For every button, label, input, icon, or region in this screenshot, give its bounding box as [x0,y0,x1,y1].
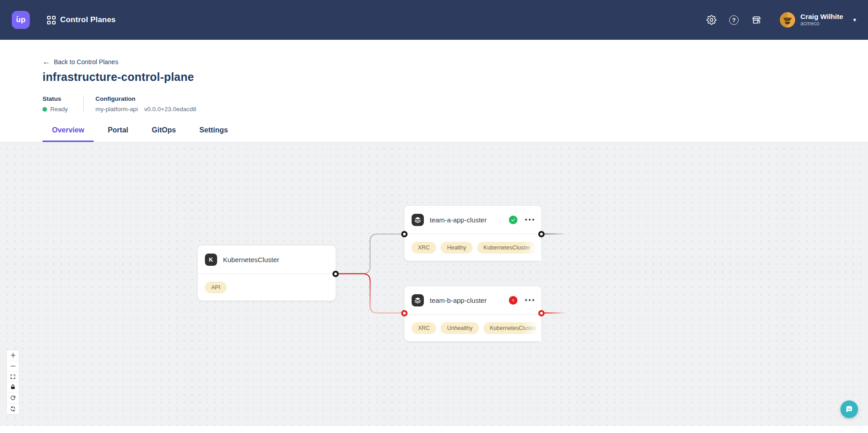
reset-rotation-button[interactable] [7,393,19,404]
layers-icon [412,214,424,226]
status-value: Ready [50,106,68,113]
help-icon[interactable]: ? [728,14,740,26]
lock-button[interactable] [7,382,19,393]
node-team-a-app-cluster[interactable]: team-a-app-cluster XRC Healthy Kubernete… [404,206,541,261]
node-kubernetescluster[interactable]: K KubernetesCluster API [198,245,336,301]
badge-api: API [205,282,227,293]
badge-xrc: XRC [412,242,436,254]
status-section: Status Ready [43,95,68,113]
refresh-layout-button[interactable] [7,404,19,414]
meta-divider [83,95,84,113]
canvas-controls [7,350,19,414]
kubernetes-cluster-icon: K [205,254,217,266]
graph-canvas[interactable]: K KubernetesCluster API team-a-app-clust… [0,142,868,426]
page-header: ← Back to Control Planes infrastructure-… [0,40,868,113]
configuration-section: Configuration my-platform-api v0.0.0+23.… [95,95,196,113]
badge-kubernetescluster: KubernetesCluster [484,322,541,334]
fit-view-button[interactable] [7,372,19,382]
back-link-label: Back to Control Planes [54,58,118,66]
page-title: infrastructure-control-plane [43,71,868,84]
settings-gear-icon[interactable] [706,14,717,26]
tab-bar: Overview Portal GitOps Settings [43,126,868,142]
status-ready-dot [43,107,47,112]
apps-grid-icon [47,16,56,24]
badge-kubernetescluster: KubernetesCluster [477,242,537,254]
user-org: acmeco [801,21,844,27]
user-name: Craig Wilhite [801,13,844,21]
node-menu-button[interactable] [525,297,535,303]
handle-kubernetescluster-source[interactable] [332,271,339,277]
back-link[interactable]: ← Back to Control Planes [43,58,118,66]
handle-team-a-source[interactable] [538,231,545,237]
configuration-name: my-platform-api [95,106,138,113]
status-label: Status [43,95,68,102]
app-switcher[interactable]: Control Planes [47,15,116,24]
badge-unhealthy: Unhealthy [441,322,479,334]
handle-team-b-target[interactable] [401,310,408,316]
help-question-glyph: ? [729,15,739,25]
marketplace-icon[interactable] [751,14,763,26]
app-title: Control Planes [60,15,116,24]
node-team-b-app-cluster[interactable]: team-b-app-cluster XRC Unhealthy Kuberne… [404,286,541,341]
chat-launcher-button[interactable] [840,400,858,418]
tab-gitops[interactable]: GitOps [142,126,185,142]
upbound-logo[interactable]: up [12,11,30,29]
node-title: team-b-app-cluster [430,297,503,304]
healthy-check-icon [509,216,517,224]
tab-overview[interactable]: Overview [43,126,94,142]
graph-edges [0,142,868,426]
zoom-out-button[interactable] [7,361,19,372]
unhealthy-x-icon [509,296,517,305]
node-title: KubernetesCluster [223,256,328,264]
node-menu-button[interactable] [525,217,535,223]
handle-team-b-source[interactable] [538,310,545,316]
tab-portal[interactable]: Portal [98,126,138,142]
layers-icon [412,294,424,306]
back-arrow-icon: ← [43,58,50,66]
meta-row: Status Ready Configuration my-platform-a… [43,95,868,113]
tab-settings[interactable]: Settings [190,126,237,142]
navbar-right: ? Craig Wilhite acmeco ▼ [706,12,857,28]
logo-dot [17,16,18,17]
avatar [780,12,795,28]
handle-team-a-target[interactable] [401,231,408,237]
zoom-in-button[interactable] [7,350,19,361]
chat-bubble-icon [845,405,854,414]
chevron-down-icon: ▼ [852,17,857,23]
node-title: team-a-app-cluster [430,216,503,224]
user-menu[interactable]: Craig Wilhite acmeco ▼ [780,12,857,28]
top-navbar: up Control Planes ? Craig Wilhite [0,0,868,40]
configuration-label: Configuration [95,95,196,102]
configuration-version: v0.0.0+23.0edacd8 [144,106,196,113]
badge-xrc: XRC [412,322,436,334]
badge-healthy: Healthy [441,242,472,254]
